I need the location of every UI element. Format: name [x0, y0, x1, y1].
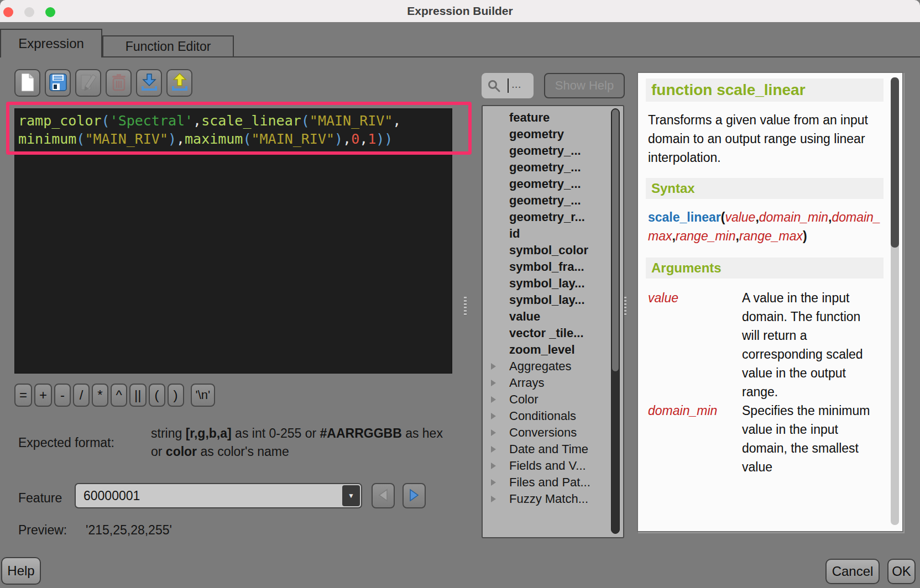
- function-item-label: Files and Pat...: [509, 475, 590, 489]
- function-item-label: id: [509, 227, 520, 240]
- edit-expression-button[interactable]: [75, 69, 101, 97]
- expand-arrow-icon[interactable]: [491, 429, 496, 436]
- function-list-item[interactable]: geometry_...: [483, 192, 623, 209]
- syntax-signature: scale_linear(value,domain_min,domain_max…: [648, 208, 882, 245]
- function-item-label: Arrays: [509, 376, 545, 390]
- operator-button[interactable]: =: [14, 384, 32, 407]
- preview-value: '215,25,28,255': [86, 523, 172, 538]
- expand-arrow-icon[interactable]: [491, 363, 496, 370]
- operator-button[interactable]: (: [149, 384, 165, 407]
- argument-description: Specifies the minimum value in the input…: [742, 401, 881, 476]
- function-item-label: geometry: [509, 127, 564, 141]
- tab-function-editor[interactable]: Function Editor: [102, 35, 234, 57]
- function-item-label: Color: [509, 392, 539, 406]
- window-title: Expression Builder: [407, 4, 513, 18]
- export-expressions-button[interactable]: [166, 69, 192, 97]
- expand-arrow-icon[interactable]: [491, 380, 496, 386]
- function-group-item[interactable]: Date and Time: [483, 441, 623, 458]
- dropdown-arrow-icon[interactable]: ▼: [342, 485, 360, 506]
- function-help-panel: function scale_linear Transforms a given…: [637, 72, 903, 532]
- scrollbar-thumb[interactable]: [611, 109, 619, 372]
- operator-button[interactable]: ^: [111, 384, 127, 407]
- close-window-button[interactable]: [3, 7, 13, 17]
- function-item-label: geometry_...: [509, 144, 581, 158]
- import-expressions-button[interactable]: [136, 69, 162, 97]
- minimize-window-button[interactable]: [24, 7, 34, 17]
- feature-select[interactable]: 60000001 ▼: [75, 483, 362, 508]
- panel-splitter-handle[interactable]: [464, 297, 467, 316]
- operator-button[interactable]: *: [92, 384, 108, 407]
- expand-arrow-icon[interactable]: [491, 496, 496, 502]
- function-item-label: geometry_...: [509, 177, 581, 191]
- function-list-item[interactable]: geometry_...: [483, 159, 623, 176]
- expression-code-line: ramp_color('Spectral',scale_linear("MAIN…: [18, 112, 448, 130]
- function-list-item[interactable]: symbol_fra...: [483, 259, 623, 275]
- function-list-scrollbar[interactable]: [611, 108, 620, 534]
- cancel-button[interactable]: Cancel: [825, 559, 880, 584]
- tab-expression[interactable]: Expression: [0, 29, 102, 57]
- ok-button[interactable]: OK: [887, 559, 916, 584]
- expand-arrow-icon[interactable]: [491, 396, 496, 403]
- next-feature-button[interactable]: [402, 483, 426, 508]
- function-list-item[interactable]: id: [483, 225, 623, 242]
- operator-button[interactable]: ): [168, 384, 184, 407]
- function-item-label: feature: [509, 111, 550, 124]
- delete-expression-button[interactable]: [106, 69, 132, 97]
- argument-row: valueA value in the input domain. The fu…: [648, 288, 881, 401]
- operator-button[interactable]: /: [73, 384, 90, 407]
- right-arrow-icon: [408, 489, 420, 503]
- help-panel-scrollbar[interactable]: [891, 77, 899, 525]
- function-list-item[interactable]: symbol_color: [483, 242, 623, 259]
- operator-button[interactable]: +: [34, 384, 52, 407]
- save-expression-button[interactable]: [45, 69, 71, 97]
- function-item-label: symbol_lay...: [509, 276, 585, 290]
- function-group-item[interactable]: Arrays: [483, 375, 623, 391]
- function-group-item[interactable]: Color: [483, 391, 623, 408]
- left-arrow-icon: [377, 489, 389, 503]
- function-list-item[interactable]: zoom_level: [483, 342, 623, 358]
- function-item-label: Conditionals: [509, 409, 576, 423]
- feature-label: Feature: [18, 491, 62, 506]
- expression-editor[interactable]: ramp_color('Spectral',scale_linear("MAIN…: [14, 108, 452, 374]
- function-item-label: geometry_...: [509, 160, 581, 174]
- function-search-input[interactable]: ...: [482, 73, 534, 98]
- scrollbar-thumb[interactable]: [891, 77, 899, 248]
- function-list-item[interactable]: symbol_lay...: [483, 292, 623, 308]
- zoom-window-button[interactable]: [45, 7, 55, 17]
- function-list-item[interactable]: symbol_lay...: [483, 275, 623, 292]
- previous-feature-button[interactable]: [372, 483, 395, 508]
- function-list-item[interactable]: geometry_r...: [483, 209, 623, 225]
- function-list-item[interactable]: vector _tile...: [483, 325, 623, 342]
- floppy-disk-icon: [49, 74, 67, 93]
- operator-button[interactable]: -: [54, 384, 71, 407]
- help-button[interactable]: Help: [1, 557, 41, 585]
- function-item-label: Conversions: [509, 426, 577, 439]
- function-list-item[interactable]: geometry_...: [483, 143, 623, 159]
- expand-arrow-icon[interactable]: [491, 446, 496, 453]
- function-group-item[interactable]: Files and Pat...: [483, 474, 623, 491]
- function-list-item[interactable]: feature: [483, 109, 623, 126]
- function-group-item[interactable]: Aggregates: [483, 358, 623, 375]
- expand-arrow-icon[interactable]: [491, 413, 496, 419]
- function-item-label: Aggregates: [509, 359, 572, 373]
- expand-arrow-icon[interactable]: [491, 463, 496, 469]
- feature-select-value: 60000001: [83, 484, 140, 507]
- function-group-item[interactable]: Fuzzy Match...: [483, 491, 623, 507]
- import-tray-icon: [140, 73, 159, 93]
- function-group-item[interactable]: Conversions: [483, 424, 623, 441]
- function-group-item[interactable]: Fields and V...: [483, 458, 623, 474]
- expand-arrow-icon[interactable]: [491, 479, 496, 486]
- function-list-item[interactable]: value: [483, 308, 623, 325]
- function-list-item[interactable]: geometry: [483, 126, 623, 143]
- new-expression-button[interactable]: [14, 69, 40, 97]
- operator-button[interactable]: '\n': [191, 384, 216, 407]
- traffic-lights: [3, 7, 55, 17]
- function-list[interactable]: featuregeometrygeometry_...geometry_...g…: [482, 105, 624, 538]
- function-item-label: geometry_r...: [509, 210, 585, 224]
- tab-divider-line: [234, 56, 920, 57]
- arguments-heading: Arguments: [651, 260, 722, 275]
- operator-button[interactable]: ||: [129, 384, 146, 407]
- function-group-item[interactable]: Conditionals: [483, 408, 623, 424]
- function-list-item[interactable]: geometry_...: [483, 176, 623, 192]
- show-help-button[interactable]: Show Help: [544, 73, 625, 98]
